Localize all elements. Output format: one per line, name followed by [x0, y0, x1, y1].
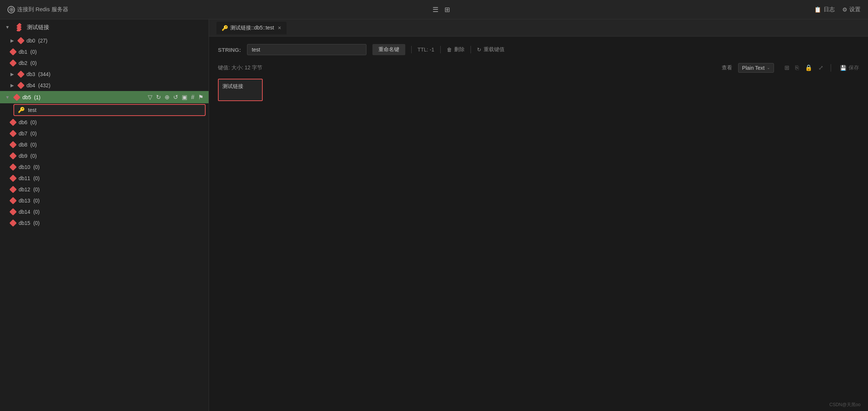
db7-diamond-icon: [9, 130, 17, 137]
split-view-icon[interactable]: ⊞: [444, 6, 450, 14]
db8-name: db8: [19, 142, 27, 148]
db12-name: db12: [19, 186, 30, 192]
key-name: test: [28, 107, 37, 113]
key-header: STRING: 重命名键 TTL: -1 🗑 删除 ↻ 重载键值: [218, 44, 859, 55]
save-icon: 💾: [840, 65, 846, 71]
format-lock-icon[interactable]: 🔒: [803, 63, 814, 73]
db15-name: db15: [19, 220, 30, 226]
db10-diamond-icon: [9, 163, 17, 171]
connect-button[interactable]: ⊕ 连接到 Redis 服务器: [7, 6, 68, 13]
divider4: [831, 64, 831, 72]
db12-count: (0): [33, 186, 40, 192]
db3-name: db3: [26, 71, 35, 77]
reload-db-icon[interactable]: ↺: [173, 94, 178, 101]
connect-label: 连接到 Redis 服务器: [17, 6, 68, 13]
db-item-db13[interactable]: db13 (0): [0, 195, 209, 206]
save-button[interactable]: 💾 保存: [840, 65, 859, 71]
db-item-db5[interactable]: ▼ db5 (1) ▽ ↻ ⊕ ↺ ▣ # ⚑: [0, 91, 209, 103]
db2-count: (0): [30, 60, 37, 66]
db-item-db15[interactable]: db15 (0): [0, 217, 209, 229]
db11-name: db11: [19, 175, 30, 181]
db0-diamond-icon: [17, 37, 25, 44]
content-panel: 🔑 测试链接::db5::test ✕ STRING: 重命名键 TTL: -1…: [209, 19, 868, 411]
db6-diamond-icon: [9, 119, 17, 126]
db15-diamond-icon: [9, 219, 17, 227]
delete-label: 删除: [454, 46, 465, 53]
db13-count: (0): [33, 198, 40, 204]
export-icon[interactable]: ⚑: [198, 94, 203, 101]
db-item-db1[interactable]: db1 (0): [0, 46, 209, 57]
ttl-label: TTL: -1: [418, 47, 434, 53]
db0-name: db0: [26, 38, 35, 44]
db4-diamond-icon: [17, 82, 25, 89]
top-bar: ⊕ 连接到 Redis 服务器 ☰ ⊞ 📋 日志 ⚙ 设置: [0, 0, 868, 19]
db13-diamond-icon: [9, 197, 17, 204]
db-item-db10[interactable]: db10 (0): [0, 161, 209, 173]
db-item-db14[interactable]: db14 (0): [0, 206, 209, 217]
view-label: 查看: [722, 65, 732, 71]
db-item-db12[interactable]: db12 (0): [0, 184, 209, 195]
db-item-db2[interactable]: db2 (0): [0, 57, 209, 69]
db-item-db11[interactable]: db11 (0): [0, 173, 209, 184]
add-key-icon[interactable]: ⊕: [165, 94, 169, 101]
key-name-input[interactable]: [247, 44, 366, 55]
top-bar-left: ⊕ 连接到 Redis 服务器: [7, 6, 68, 13]
connection-header[interactable]: ▼ 测试链接: [0, 19, 209, 35]
db14-diamond-icon: [9, 208, 17, 216]
db1-count: (0): [30, 49, 37, 55]
view-format-label: Plain Text: [742, 65, 765, 71]
db-item-db6[interactable]: db6 (0): [0, 117, 209, 128]
db-item-db9[interactable]: db9 (0): [0, 150, 209, 161]
db8-count: (0): [30, 142, 37, 148]
db-item-db3[interactable]: ▶ db3 (344): [0, 69, 209, 80]
db9-count: (0): [30, 153, 37, 159]
console-icon[interactable]: ▣: [182, 94, 187, 101]
key-detail: STRING: 重命名键 TTL: -1 🗑 删除 ↻ 重载键值 键值: 大小:: [209, 37, 868, 110]
db10-count: (0): [33, 164, 40, 170]
db7-count: (0): [30, 131, 37, 137]
rename-key-button[interactable]: 重命名键: [372, 44, 405, 55]
tab-close-icon[interactable]: ✕: [278, 25, 281, 31]
format-expand-icon[interactable]: ⤢: [817, 63, 825, 73]
db-item-db7[interactable]: db7 (0): [0, 128, 209, 139]
settings-button[interactable]: ⚙ 设置: [842, 6, 861, 13]
divider2: [440, 46, 441, 53]
top-bar-right: 📋 日志 ⚙ 设置: [814, 6, 861, 13]
db4-arrow-icon: ▶: [10, 83, 14, 88]
hash-icon[interactable]: #: [191, 94, 194, 101]
tab-label: 测试链接::db5::test: [230, 25, 274, 31]
view-format-select[interactable]: Plain Text ⌄: [738, 63, 774, 73]
db-item-db4[interactable]: ▶ db4 (432): [0, 80, 209, 91]
delete-key-button[interactable]: 🗑 删除: [447, 46, 465, 53]
divider: [411, 46, 412, 53]
db-item-db0[interactable]: ▶ db0 (27): [0, 35, 209, 46]
reload-label: 重载键值: [484, 46, 505, 53]
db5-left: ▼ db5 (1): [5, 94, 145, 100]
sidebar: ▼ 测试链接 ▶ db0 (27) db1 (0): [0, 19, 209, 411]
tab-item-test[interactable]: 🔑 测试链接::db5::test ✕: [216, 22, 287, 34]
filter-icon[interactable]: ▽: [148, 94, 152, 101]
reload-icon: ↻: [477, 47, 481, 53]
db3-arrow-icon: ▶: [10, 72, 14, 77]
log-icon: 📋: [814, 6, 821, 13]
format-copy-icon[interactable]: ⎘: [794, 63, 800, 73]
db13-name: db13: [19, 198, 30, 204]
format-grid-icon[interactable]: ⊞: [783, 63, 791, 73]
db7-name: db7: [19, 131, 27, 137]
db2-name: db2: [19, 60, 27, 66]
db-item-db8[interactable]: db8 (0): [0, 139, 209, 150]
footer-credit: CSDN@天黑oo: [829, 402, 861, 407]
connection-name: 测试链接: [27, 24, 49, 31]
connection-stack-icon: [14, 23, 24, 31]
log-button[interactable]: 📋 日志: [814, 6, 835, 13]
reload-key-button[interactable]: ↻ 重载键值: [477, 46, 505, 53]
refresh-icon[interactable]: ↻: [156, 94, 161, 101]
db1-diamond-icon: [9, 48, 17, 56]
key-item-test[interactable]: 🔑 test: [13, 104, 206, 116]
value-editor[interactable]: [218, 79, 263, 101]
db3-count: (344): [38, 71, 50, 77]
tab-bar: 🔑 测试链接::db5::test ✕: [209, 19, 868, 37]
tab-key-icon: 🔑: [222, 25, 228, 31]
list-view-icon[interactable]: ☰: [433, 6, 438, 14]
db3-diamond-icon: [17, 70, 25, 78]
